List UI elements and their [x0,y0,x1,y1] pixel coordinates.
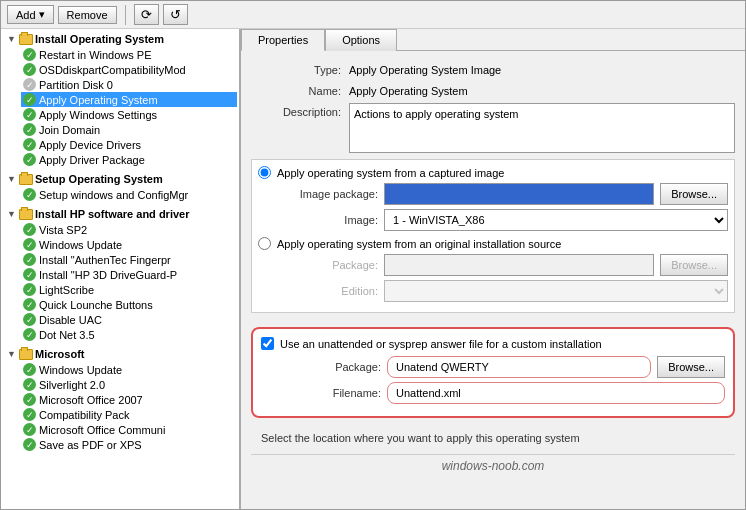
add-button[interactable]: Add ▾ [7,5,54,24]
list-item[interactable]: ✓ Install "AuthenTec Fingerpr [21,252,237,267]
list-item[interactable]: ✓ LightScribe [21,282,237,297]
item-label: Vista SP2 [39,224,87,236]
separator [125,5,126,25]
browse-unattended-button[interactable]: Browse... [657,356,725,378]
item-label: Microsoft Office Communi [39,424,165,436]
list-item[interactable]: ✓ Vista SP2 [21,222,237,237]
tree-group-install-os-header[interactable]: ▼ Install Operating System [5,31,237,47]
green-check-icon: ✓ [23,123,36,136]
list-item[interactable]: ✓ Apply Windows Settings [21,107,237,122]
list-item[interactable]: ✓ Restart in Windows PE [21,47,237,62]
list-item[interactable]: ✓ Microsoft Office 2007 [21,392,237,407]
name-value: Apply Operating System [349,82,735,97]
add-label: Add [16,9,36,21]
unattended-checkbox[interactable] [261,337,274,350]
tab-properties[interactable]: Properties [241,29,325,51]
list-item[interactable]: ✓ Setup windows and ConfigMgr [21,187,237,202]
watermark: windows-noob.com [251,454,735,473]
unattended-package-row: Package: Browse... [261,356,725,378]
tree-group-install-os-label: Install Operating System [35,33,164,45]
tree-group4-children: ✓ Windows Update ✓ Silverlight 2.0 ✓ Mic… [5,362,237,452]
list-item[interactable]: ✓ Silverlight 2.0 [21,377,237,392]
radio2-label: Apply operating system from an original … [277,238,561,250]
list-item[interactable]: ✓ Install "HP 3D DriveGuard-P [21,267,237,282]
green-check-icon: ✓ [23,63,36,76]
main-window: Add ▾ Remove ⟳ ↺ ▼ Install Operating Sys… [0,0,746,510]
list-item[interactable]: ✓ Disable UAC [21,312,237,327]
list-item[interactable]: ✓ Apply Device Drivers [21,137,237,152]
name-label: Name: [251,82,341,97]
folder-icon [19,174,33,185]
tree-group-microsoft-header[interactable]: ▼ Microsoft [5,346,237,362]
item-label: Disable UAC [39,314,102,326]
list-item[interactable]: ✓ Dot Net 3.5 [21,327,237,342]
folder-icon [19,209,33,220]
list-item[interactable]: ✓ Apply Driver Package [21,152,237,167]
item-label: Apply Operating System [39,94,158,106]
browse-image-package-button[interactable]: Browse... [660,183,728,205]
item-label: Windows Update [39,364,122,376]
item-label: Dot Net 3.5 [39,329,95,341]
green-check-icon: ✓ [23,108,36,121]
browse-package-button: Browse... [660,254,728,276]
list-item[interactable]: ✓ Partition Disk 0 [21,77,237,92]
expand-arrow: ▼ [7,209,17,219]
filename-row: Filename: [261,382,725,404]
tree-group3-children: ✓ Vista SP2 ✓ Windows Update ✓ Install "… [5,222,237,342]
green-check-icon: ✓ [23,93,36,106]
content-area: ▼ Install Operating System ✓ Restart in … [1,29,745,509]
item-label: Apply Windows Settings [39,109,157,121]
list-item[interactable]: ✓ Windows Update [21,237,237,252]
right-panel: Properties Options Type: Apply Operating… [241,29,745,509]
tree-group-microsoft: ▼ Microsoft ✓ Windows Update ✓ Silverlig… [1,344,239,454]
toolbar: Add ▾ Remove ⟳ ↺ [1,1,745,29]
item-label: Install "AuthenTec Fingerpr [39,254,171,266]
list-item[interactable]: ✓ Windows Update [21,362,237,377]
list-item[interactable]: ✓ Quick Lounche Buttons [21,297,237,312]
tree-group-hp-header[interactable]: ▼ Install HP software and driver [5,206,237,222]
green-check-icon: ✓ [23,328,36,341]
item-label: Apply Device Drivers [39,139,141,151]
list-item[interactable]: ✓ OSDdiskpartCompatibilityMod [21,62,237,77]
green-check-icon: ✓ [23,438,36,451]
image-label: Image: [278,214,378,226]
edition-label: Edition: [278,285,378,297]
edition-select [384,280,728,302]
tab-options[interactable]: Options [325,29,397,51]
green-check-icon: ✓ [23,48,36,61]
green-check-icon: ✓ [23,138,36,151]
radio-captured-image[interactable] [258,166,271,179]
item-label: Install "HP 3D DriveGuard-P [39,269,177,281]
tree-group-hp: ▼ Install HP software and driver ✓ Vista… [1,204,239,344]
list-item[interactable]: ✓ Join Domain [21,122,237,137]
item-label: Restart in Windows PE [39,49,151,61]
list-item[interactable]: ✓ Save as PDF or XPS [21,437,237,452]
folder-icon [19,349,33,360]
type-value: Apply Operating System Image [349,61,735,76]
remove-label: Remove [67,9,108,21]
image-select[interactable]: 1 - WinVISTA_X86 [384,209,728,231]
green-check-icon: ✓ [23,268,36,281]
image-package-input[interactable] [384,183,654,205]
unattended-package-input[interactable] [387,356,651,378]
tree-group-setup-os: ▼ Setup Operating System ✓ Setup windows… [1,169,239,204]
gray-check-icon: ✓ [23,78,36,91]
list-item-selected[interactable]: ✓ Apply Operating System [21,92,237,107]
expand-arrow: ▼ [7,174,17,184]
refresh-button[interactable]: ⟳ [134,4,159,25]
item-label: Save as PDF or XPS [39,439,142,451]
tree-group-setup-os-header[interactable]: ▼ Setup Operating System [5,171,237,187]
description-row: Description: Actions to apply operating … [251,103,735,153]
filename-input[interactable] [387,382,725,404]
remove-button[interactable]: Remove [58,6,117,24]
undo-button[interactable]: ↺ [163,4,188,25]
filename-label: Filename: [281,387,381,399]
item-label: Apply Driver Package [39,154,145,166]
item-label: Quick Lounche Buttons [39,299,153,311]
list-item[interactable]: ✓ Compatibility Pack [21,407,237,422]
item-label: LightScribe [39,284,94,296]
list-item[interactable]: ✓ Microsoft Office Communi [21,422,237,437]
unattended-checkbox-row: Use an unattended or sysprep answer file… [261,337,725,350]
green-check-icon: ✓ [23,238,36,251]
radio-original-source[interactable] [258,237,271,250]
